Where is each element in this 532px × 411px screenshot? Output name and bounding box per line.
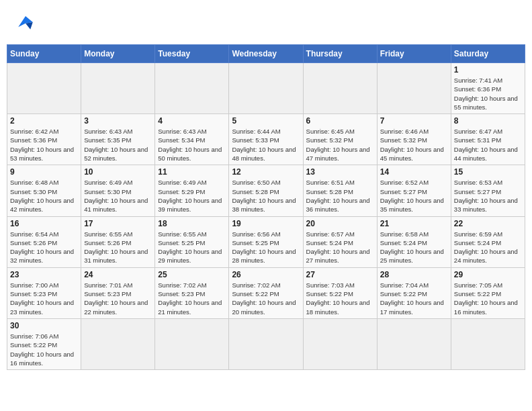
calendar-cell (155, 318, 229, 369)
day-number: 19 (232, 219, 300, 228)
calendar-cell: 3Sunrise: 6:43 AM Sunset: 5:35 PM Daylig… (81, 114, 155, 165)
day-number: 28 (380, 270, 448, 279)
day-number: 3 (84, 116, 152, 126)
day-info: Sunrise: 6:49 AM Sunset: 5:29 PM Dayligh… (158, 178, 226, 214)
day-number: 29 (454, 270, 522, 279)
calendar-cell: 11Sunrise: 6:49 AM Sunset: 5:29 PM Dayli… (155, 165, 229, 216)
weekday-header-friday: Friday (377, 45, 451, 63)
day-number: 22 (454, 219, 522, 228)
day-info: Sunrise: 7:41 AM Sunset: 6:36 PM Dayligh… (454, 76, 522, 111)
day-number: 18 (158, 219, 226, 228)
day-number: 9 (10, 167, 78, 177)
day-number: 30 (10, 321, 78, 330)
calendar-cell (81, 63, 155, 114)
calendar-cell (377, 63, 451, 114)
day-number: 11 (158, 167, 226, 177)
weekday-header-thursday: Thursday (303, 45, 377, 63)
day-number: 24 (84, 270, 152, 279)
day-number: 14 (380, 167, 448, 177)
day-info: Sunrise: 6:58 AM Sunset: 5:24 PM Dayligh… (380, 230, 448, 265)
calendar-cell: 24Sunrise: 7:01 AM Sunset: 5:23 PM Dayli… (81, 267, 155, 318)
calendar-cell (229, 318, 303, 369)
day-info: Sunrise: 6:55 AM Sunset: 5:25 PM Dayligh… (158, 230, 226, 265)
calendar-cell (7, 63, 81, 114)
day-info: Sunrise: 6:53 AM Sunset: 5:27 PM Dayligh… (454, 178, 522, 214)
day-info: Sunrise: 6:44 AM Sunset: 5:33 PM Dayligh… (232, 127, 300, 163)
day-info: Sunrise: 6:57 AM Sunset: 5:24 PM Dayligh… (306, 230, 374, 265)
day-info: Sunrise: 6:48 AM Sunset: 5:30 PM Dayligh… (10, 178, 78, 214)
day-info: Sunrise: 7:02 AM Sunset: 5:22 PM Dayligh… (232, 281, 300, 316)
day-number: 6 (306, 116, 374, 126)
calendar-cell: 2Sunrise: 6:42 AM Sunset: 5:36 PM Daylig… (7, 114, 81, 165)
header (7, 7, 525, 38)
day-info: Sunrise: 7:03 AM Sunset: 5:22 PM Dayligh… (306, 281, 374, 316)
calendar-cell: 10Sunrise: 6:49 AM Sunset: 5:30 PM Dayli… (81, 165, 155, 216)
day-info: Sunrise: 7:06 AM Sunset: 5:22 PM Dayligh… (10, 332, 78, 367)
calendar-cell: 22Sunrise: 6:59 AM Sunset: 5:24 PM Dayli… (451, 216, 525, 267)
calendar-cell (229, 63, 303, 114)
calendar-cell (155, 63, 229, 114)
day-info: Sunrise: 6:43 AM Sunset: 5:35 PM Dayligh… (84, 127, 152, 163)
day-number: 4 (158, 116, 226, 126)
day-number: 2 (10, 116, 78, 126)
calendar-cell: 4Sunrise: 6:43 AM Sunset: 5:34 PM Daylig… (155, 114, 229, 165)
day-info: Sunrise: 6:50 AM Sunset: 5:28 PM Dayligh… (232, 178, 300, 214)
calendar-cell: 14Sunrise: 6:52 AM Sunset: 5:27 PM Dayli… (377, 165, 451, 216)
calendar-cell: 28Sunrise: 7:04 AM Sunset: 5:22 PM Dayli… (377, 267, 451, 318)
logo-icon (13, 10, 38, 34)
calendar-cell (303, 318, 377, 369)
calendar-table: SundayMondayTuesdayWednesdayThursdayFrid… (7, 44, 525, 370)
calendar-cell: 19Sunrise: 6:56 AM Sunset: 5:25 PM Dayli… (229, 216, 303, 267)
day-number: 5 (232, 116, 300, 126)
calendar-week-row: 9Sunrise: 6:48 AM Sunset: 5:30 PM Daylig… (7, 165, 525, 216)
calendar-cell: 17Sunrise: 6:55 AM Sunset: 5:26 PM Dayli… (81, 216, 155, 267)
day-number: 27 (306, 270, 374, 279)
calendar-cell: 8Sunrise: 6:47 AM Sunset: 5:31 PM Daylig… (451, 114, 525, 165)
day-number: 25 (158, 270, 226, 279)
calendar-cell: 12Sunrise: 6:50 AM Sunset: 5:28 PM Dayli… (229, 165, 303, 216)
day-info: Sunrise: 6:51 AM Sunset: 5:28 PM Dayligh… (306, 178, 374, 214)
day-info: Sunrise: 7:02 AM Sunset: 5:23 PM Dayligh… (158, 281, 226, 316)
calendar-week-row: 1Sunrise: 7:41 AM Sunset: 6:36 PM Daylig… (7, 63, 525, 114)
day-info: Sunrise: 7:05 AM Sunset: 5:22 PM Dayligh… (454, 281, 522, 316)
svg-marker-1 (26, 22, 33, 30)
calendar-week-row: 23Sunrise: 7:00 AM Sunset: 5:23 PM Dayli… (7, 267, 525, 318)
day-number: 1 (454, 65, 522, 75)
calendar-week-row: 2Sunrise: 6:42 AM Sunset: 5:36 PM Daylig… (7, 114, 525, 165)
calendar-cell: 16Sunrise: 6:54 AM Sunset: 5:26 PM Dayli… (7, 216, 81, 267)
calendar-cell: 15Sunrise: 6:53 AM Sunset: 5:27 PM Dayli… (451, 165, 525, 216)
calendar-cell: 25Sunrise: 7:02 AM Sunset: 5:23 PM Dayli… (155, 267, 229, 318)
day-info: Sunrise: 6:46 AM Sunset: 5:32 PM Dayligh… (380, 127, 448, 163)
calendar-cell: 29Sunrise: 7:05 AM Sunset: 5:22 PM Dayli… (451, 267, 525, 318)
day-info: Sunrise: 6:54 AM Sunset: 5:26 PM Dayligh… (10, 230, 78, 265)
calendar-cell: 26Sunrise: 7:02 AM Sunset: 5:22 PM Dayli… (229, 267, 303, 318)
calendar-cell: 18Sunrise: 6:55 AM Sunset: 5:25 PM Dayli… (155, 216, 229, 267)
day-number: 21 (380, 219, 448, 228)
day-number: 13 (306, 167, 374, 177)
calendar-cell (303, 63, 377, 114)
weekday-header-tuesday: Tuesday (155, 45, 229, 63)
day-number: 7 (380, 116, 448, 126)
day-number: 12 (232, 167, 300, 177)
calendar-week-row: 16Sunrise: 6:54 AM Sunset: 5:26 PM Dayli… (7, 216, 525, 267)
day-number: 17 (84, 219, 152, 228)
calendar-cell: 27Sunrise: 7:03 AM Sunset: 5:22 PM Dayli… (303, 267, 377, 318)
day-info: Sunrise: 6:55 AM Sunset: 5:26 PM Dayligh… (84, 230, 152, 265)
weekday-header-saturday: Saturday (451, 45, 525, 63)
day-info: Sunrise: 6:43 AM Sunset: 5:34 PM Dayligh… (158, 127, 226, 163)
day-info: Sunrise: 7:04 AM Sunset: 5:22 PM Dayligh… (380, 281, 448, 316)
weekday-header-wednesday: Wednesday (229, 45, 303, 63)
calendar-cell: 1Sunrise: 7:41 AM Sunset: 6:36 PM Daylig… (451, 63, 525, 114)
day-number: 16 (10, 219, 78, 228)
weekday-header-sunday: Sunday (7, 45, 81, 63)
day-info: Sunrise: 7:01 AM Sunset: 5:23 PM Dayligh… (84, 281, 152, 316)
calendar-cell: 30Sunrise: 7:06 AM Sunset: 5:22 PM Dayli… (7, 318, 81, 369)
calendar-cell: 5Sunrise: 6:44 AM Sunset: 5:33 PM Daylig… (229, 114, 303, 165)
day-info: Sunrise: 6:59 AM Sunset: 5:24 PM Dayligh… (454, 230, 522, 265)
day-info: Sunrise: 6:49 AM Sunset: 5:30 PM Dayligh… (84, 178, 152, 214)
calendar-week-row: 30Sunrise: 7:06 AM Sunset: 5:22 PM Dayli… (7, 318, 525, 369)
day-number: 15 (454, 167, 522, 177)
day-number: 23 (10, 270, 78, 279)
day-number: 26 (232, 270, 300, 279)
calendar-cell: 20Sunrise: 6:57 AM Sunset: 5:24 PM Dayli… (303, 216, 377, 267)
